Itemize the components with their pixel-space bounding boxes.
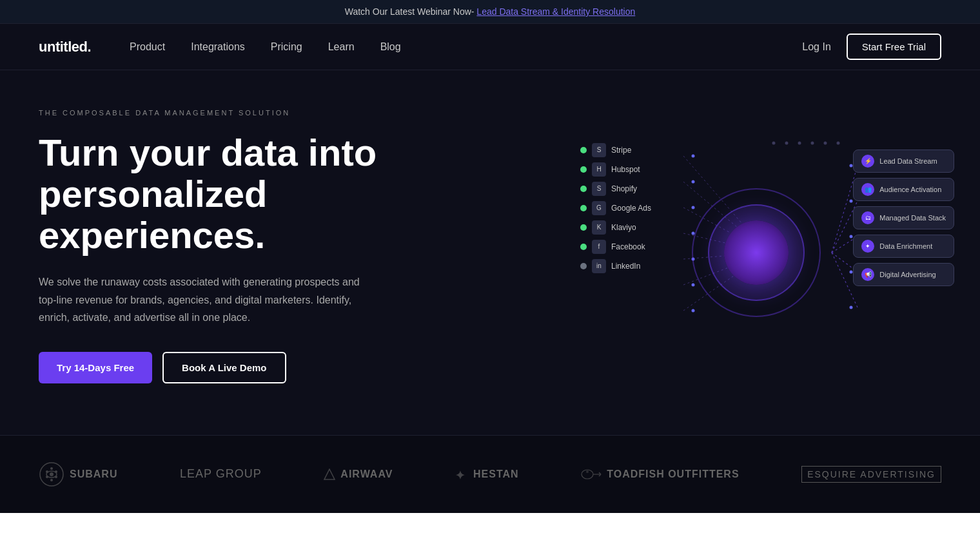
approach-section: OUR APPROACH [0, 513, 980, 551]
subaru-label: SUBARU [70, 469, 117, 480]
output-audience-activation: 👥 Audience Activation [853, 178, 954, 201]
toadfish-label: TOADFISH OUTFITTERS [607, 469, 739, 480]
hubspot-icon: H [592, 162, 606, 177]
audience-activation-icon: 👥 [861, 183, 874, 196]
hero-title: Turn your data into personalized experie… [39, 132, 426, 255]
output-data-enrichment: ✦ Data Enrichment [853, 235, 954, 258]
svg-point-42 [586, 470, 589, 473]
brand-subaru: SUBARU [39, 461, 117, 487]
svg-point-12 [692, 154, 695, 157]
brands-section: SUBARU leap group AIRWAAV ✦ HESTAN [0, 435, 980, 513]
nav-actions: Log In Start Free Trial [802, 34, 941, 60]
svg-point-23 [824, 141, 827, 144]
leapgroup-label: leap group [180, 467, 262, 481]
svg-point-22 [811, 141, 814, 144]
hero-buttons: Try 14-Days Free Book A Live Demo [39, 352, 426, 383]
brand-leapgroup: leap group [180, 467, 262, 481]
linkedin-icon: in [592, 259, 606, 273]
nav-item-product[interactable]: Product [130, 41, 165, 53]
nav-links: Product Integrations Pricing Learn Blog [130, 41, 802, 53]
integration-google-ads: G Google Ads [580, 201, 651, 215]
center-orb [692, 188, 821, 317]
svg-point-20 [785, 141, 789, 144]
brand-airwaav: AIRWAAV [324, 469, 393, 480]
svg-point-19 [772, 141, 776, 144]
svg-point-35 [55, 476, 57, 478]
brand-esquire: esquire advertising [801, 466, 941, 483]
svg-text:✦: ✦ [455, 469, 466, 481]
svg-point-27 [850, 235, 853, 238]
nav-item-pricing[interactable]: Pricing [271, 41, 302, 53]
facebook-icon: f [592, 240, 606, 254]
hero-description: We solve the runaway costs associated wi… [39, 273, 374, 326]
login-button[interactable]: Log In [802, 41, 830, 53]
svg-point-38 [46, 470, 48, 473]
stripe-icon: S [592, 143, 606, 157]
svg-point-29 [850, 305, 853, 309]
hestan-label: HESTAN [473, 469, 519, 480]
integration-linkedin: in LinkedIn [580, 259, 651, 273]
airwaav-icon [324, 469, 335, 480]
output-managed-data-stack: 🗂 Managed Data Stack [853, 206, 954, 229]
svg-point-26 [850, 199, 853, 202]
cta-primary-button[interactable]: Try 14-Days Free [39, 352, 152, 383]
logo[interactable]: untitled. [39, 39, 91, 55]
nav-item-blog[interactable]: Blog [380, 41, 401, 53]
trial-button[interactable]: Start Free Trial [847, 34, 941, 60]
nav-item-learn[interactable]: Learn [328, 41, 355, 53]
airwaav-label: AIRWAAV [340, 469, 393, 480]
announcement-link[interactable]: Lead Data Stream & Identity Resolution [476, 6, 635, 17]
google-ads-icon: G [592, 201, 606, 215]
svg-point-24 [837, 141, 840, 144]
integration-shopify: S Shopify [580, 182, 651, 196]
esquire-label: esquire advertising [801, 466, 941, 483]
announcement-bar: Watch Our Latest Webinar Now- Lead Data … [0, 0, 980, 24]
data-enrichment-icon: ✦ [861, 240, 874, 253]
managed-data-stack-icon: 🗂 [861, 211, 874, 224]
integration-klaviyo: K Klaviyo [580, 220, 651, 235]
svg-point-13 [692, 180, 695, 183]
navbar: untitled. Product Integrations Pricing L… [0, 24, 980, 70]
output-nodes: ⚡ Lead Data Stream 👥 Audience Activation… [853, 150, 954, 286]
output-lead-data-stream: ⚡ Lead Data Stream [853, 150, 954, 173]
nav-item-integrations[interactable]: Integrations [191, 41, 245, 53]
klaviyo-icon: K [592, 220, 606, 235]
svg-point-33 [50, 467, 53, 470]
integration-facebook: f Facebook [580, 240, 651, 254]
svg-point-37 [46, 476, 48, 478]
hero-section: THE COMPOSABLE DATA MANAGEMENT SOLUTION … [0, 70, 980, 435]
integration-hubspot: H Hubspot [580, 162, 651, 177]
svg-point-32 [50, 472, 54, 476]
brands-grid: SUBARU leap group AIRWAAV ✦ HESTAN [39, 461, 941, 487]
digital-advertising-icon: 📢 [861, 268, 874, 281]
svg-point-21 [798, 141, 801, 144]
hero-eyebrow: THE COMPOSABLE DATA MANAGEMENT SOLUTION [39, 109, 426, 117]
hestan-icon: ✦ [455, 468, 468, 481]
brand-hestan: ✦ HESTAN [455, 468, 519, 481]
cta-secondary-button[interactable]: Book A Live Demo [162, 352, 286, 383]
output-digital-advertising: 📢 Digital Advertising [853, 263, 954, 286]
shopify-icon: S [592, 182, 606, 196]
toadfish-icon [581, 467, 602, 482]
svg-point-28 [850, 270, 853, 273]
integration-nodes: S Stripe H Hubspot S Shopify G Google Ad… [580, 143, 651, 273]
integration-stripe: S Stripe [580, 143, 651, 157]
svg-point-36 [50, 479, 53, 481]
lead-data-stream-icon: ⚡ [861, 155, 874, 168]
svg-marker-39 [324, 469, 335, 479]
hero-diagram: S Stripe H Hubspot S Shopify G Google Ad… [580, 130, 954, 375]
hero-content: THE COMPOSABLE DATA MANAGEMENT SOLUTION … [39, 109, 426, 383]
svg-point-25 [850, 164, 853, 167]
announcement-text: Watch Our Latest Webinar Now- [345, 6, 475, 17]
brand-toadfish: TOADFISH OUTFITTERS [581, 467, 739, 482]
subaru-icon [39, 461, 64, 487]
svg-point-34 [55, 470, 57, 473]
